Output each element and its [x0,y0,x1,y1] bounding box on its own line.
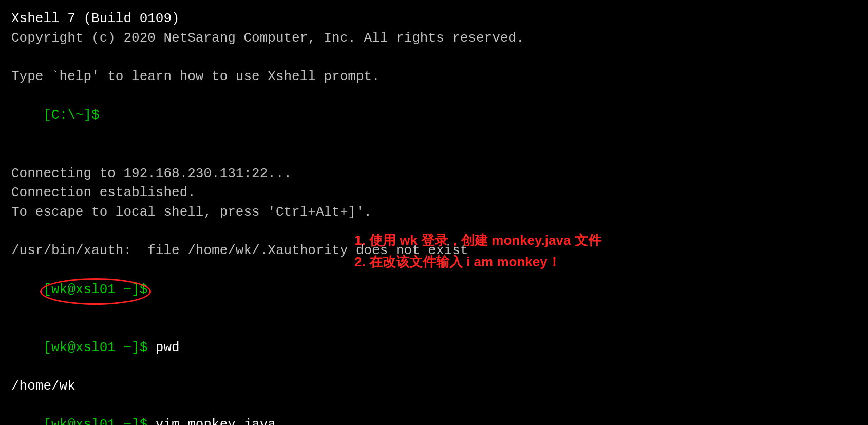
home-wk-line: /home/wk [11,377,857,396]
prompt4: [wk@xsl01 ~]$ [43,417,155,425]
copyright-line: Copyright (c) 2020 NetSarang Computer, I… [11,29,857,48]
vim-cmd-line: [wk@xsl01 ~]$ vim monkey.java [11,396,857,425]
escape-hint-line: To escape to local shell, press 'Ctrl+Al… [11,203,857,222]
blank2 [11,145,857,164]
annotation-line2: 2. 在改该文件输入 i am monkey！ [354,252,601,273]
established-line: Connection established. [11,183,857,203]
annotation-line1: 1. 使用 wk 登录，创建 monkey.java 文件 [354,230,601,252]
title-line: Xshell 7 (Build 0109) [11,9,857,29]
pwd-cmd: pwd [147,340,179,355]
vim-cmd: vim monkey.java [156,417,276,425]
help-line: Type `help' to learn how to use Xshell p… [11,67,857,87]
c-prompt-line: [C:\~]$ [11,87,857,145]
blank1 [11,48,857,67]
prompt3: [wk@xsl01 ~]$ [43,340,147,355]
connecting-line: Connecting to 192.168.230.131:22... [11,164,857,184]
wk-prompt-circled: [wk@xsl01 ~]$ [43,280,147,300]
terminal: Xshell 7 (Build 0109) Copyright (c) 2020… [11,9,857,425]
annotation-box: 1. 使用 wk 登录，创建 monkey.java 文件 2. 在改该文件输入… [354,230,601,273]
pwd-cmd-line: [wk@xsl01 ~]$ pwd [11,319,857,377]
c-prompt: [C:\~]$ [43,107,99,123]
